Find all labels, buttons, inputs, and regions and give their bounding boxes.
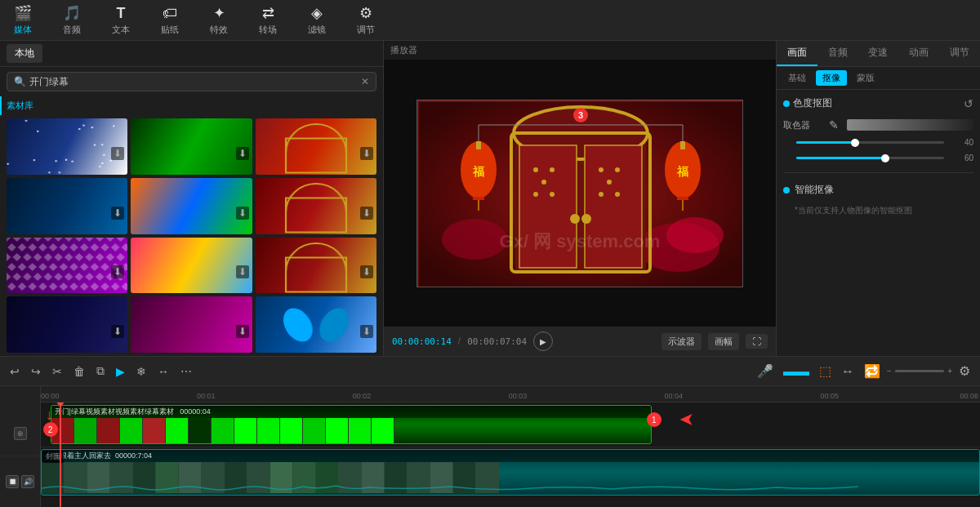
zoom-fill (895, 370, 917, 372)
zoom-plus-icon[interactable]: + (947, 367, 952, 376)
thumb-download-icon[interactable]: ⬇ (111, 325, 124, 338)
tl-mirror-btn[interactable]: ↔ (154, 363, 172, 380)
track-2-controls: 🔲 🔊 (0, 456, 40, 507)
eyedropper-icon[interactable]: ✎ (829, 118, 839, 131)
player-header: 播放器 (384, 41, 776, 60)
tl-freeze-btn[interactable]: ❄ (133, 363, 149, 380)
svg-point-19 (615, 192, 620, 197)
divider (783, 172, 973, 173)
thumb-item[interactable]: 0004 ⬇ (7, 296, 127, 353)
audio-icon: 🎵 (63, 4, 81, 22)
media-icon: 🎬 (14, 4, 32, 22)
zoom-minus-icon[interactable]: − (887, 367, 892, 376)
thumb-item[interactable]: 0004 ⬇ (7, 178, 127, 234)
slider-track-2[interactable] (796, 157, 944, 159)
thumb-item[interactable]: 0005 ⬇ (7, 118, 127, 175)
thumb-download-icon[interactable]: ⬇ (111, 207, 124, 220)
toolbar-filter[interactable]: ◈ 滤镜 (301, 4, 333, 36)
toolbar-effects[interactable]: ✦ 特效 (203, 4, 235, 36)
toolbar-sticker[interactable]: 🏷 贴纸 (154, 5, 186, 36)
thumb-download-icon[interactable]: ⬇ (236, 325, 249, 338)
tab-adjust[interactable]: 调节 (939, 41, 980, 66)
subtab-basic[interactable]: 基础 (782, 70, 813, 86)
thumb-item[interactable]: ⬇ (131, 118, 252, 175)
toolbar-media[interactable]: 🎬 媒体 (7, 4, 39, 36)
tl-split-btn[interactable]: ✂ (49, 363, 65, 380)
thumb-download-icon[interactable]: ⬇ (236, 147, 249, 160)
clip-main-video[interactable]: 小猫跟着主人回家去 00000:7:04 (41, 449, 980, 496)
track-1-ctrl[interactable]: ⊕ (14, 427, 27, 440)
tl-delete-btn[interactable]: 🗑 (70, 363, 88, 380)
thumb-download-icon[interactable]: ⬇ (360, 265, 373, 278)
tab-audio[interactable]: 音频 (817, 41, 858, 66)
tl-play-btn[interactable]: ▶ (113, 363, 128, 380)
reset-icon[interactable]: ↺ (964, 97, 973, 110)
thumb-item[interactable]: 0005 ⬇ (131, 238, 252, 294)
tl-undo-btn[interactable]: ↩ (7, 363, 23, 380)
thumb-item[interactable]: 0004 ⬇ (131, 178, 252, 234)
thumb-item[interactable]: 0005 ⬇ (7, 238, 127, 294)
tracks-container: 开门|绿幕视频素材视频素材绿幕素材 00000:04 (41, 402, 980, 507)
text-icon: T (117, 5, 126, 22)
subtab-mask[interactable]: 蒙版 (850, 70, 881, 86)
track-2-audio[interactable]: 🔊 (21, 475, 34, 488)
tl-duplicate-btn[interactable]: ⧉ (93, 362, 108, 380)
svg-point-3 (442, 219, 507, 260)
right-panel: 画面 音频 变速 动画 调节 基础 抠像 蒙版 色度抠图 ↺ 取色器 ✎ (776, 41, 980, 356)
tab-animation[interactable]: 动画 (898, 41, 939, 66)
clip-green-screen[interactable]: 开门|绿幕视频素材视频素材绿幕素材 00000:04 (51, 405, 652, 444)
clip-frames-green (51, 418, 651, 444)
thumb-item[interactable]: 0004 ⬇ (256, 238, 376, 294)
slider-thumb-1[interactable] (851, 139, 859, 147)
toolbar-audio[interactable]: 🎵 音频 (56, 4, 88, 36)
thumb-download-icon[interactable]: ⬇ (111, 265, 124, 278)
tab-speed[interactable]: 变速 (858, 41, 899, 66)
toolbar-text[interactable]: T 文本 (105, 5, 137, 36)
clip-label-main: 小猫跟着主人回家去 00000:7:04 (42, 450, 979, 462)
track-2-row: 小猫跟着主人回家去 00000:7:04 (41, 447, 980, 498)
tl-mic-btn[interactable]: 🎤 (754, 362, 777, 380)
search-input[interactable] (29, 76, 361, 87)
play-button[interactable]: ▶ (533, 331, 553, 351)
thumb-download-icon[interactable]: ⬇ (236, 207, 249, 220)
effects-icon: ✦ (213, 4, 225, 22)
zoom-slider: − + (887, 367, 952, 376)
frame (234, 418, 257, 444)
thumb-download-icon[interactable]: ⬇ (111, 147, 124, 160)
tl-settings-btn[interactable]: ⚙ (956, 362, 973, 380)
svg-text:福: 福 (472, 165, 484, 178)
tl-more-btn[interactable]: ⋯ (177, 363, 195, 380)
toolbar-adjust[interactable]: ⚙ 调节 (350, 4, 382, 36)
search-clear-icon[interactable]: ✕ (361, 76, 369, 87)
tl-track2-btn[interactable]: ⬚ (816, 362, 835, 380)
thumb-download-icon[interactable]: ⬇ (236, 265, 249, 278)
timeline-toolbar: ↩ ↪ ✂ 🗑 ⧉ ▶ ❄ ↔ ⋯ 🎤 ▬▬ ⬚ ↔ 🔁 − + ⚙ (0, 357, 980, 386)
tl-loop-btn[interactable]: 🔁 (861, 362, 884, 380)
frame (212, 418, 234, 444)
track-2-mute[interactable]: 🔲 (6, 475, 19, 488)
slider-thumb-2[interactable] (881, 154, 889, 162)
thumb-item[interactable]: 0005 ⬇ (256, 178, 376, 234)
tl-track1-btn[interactable]: ▬▬ (780, 362, 813, 380)
tl-link-btn[interactable]: ↔ (838, 362, 858, 380)
subtab-keying[interactable]: 抠像 (816, 70, 847, 86)
tab-picture[interactable]: 画面 (777, 41, 817, 66)
thumb-download-icon[interactable]: ⬇ (360, 147, 373, 160)
thumb-item[interactable]: 0005 ⬇ (256, 118, 376, 175)
thumb-item[interactable]: 0006 ⬇ (131, 296, 252, 353)
oscilloscope-button[interactable]: 示波器 (662, 333, 702, 350)
zoom-track[interactable] (895, 370, 944, 372)
tab-local[interactable]: 本地 (7, 44, 42, 63)
tl-redo-btn[interactable]: ↪ (28, 363, 44, 380)
frame (120, 418, 143, 444)
slider-track-1[interactable] (796, 141, 944, 144)
thumb-item[interactable]: 0003 ⬇ (256, 296, 376, 353)
thumb-download-icon[interactable]: ⬇ (360, 207, 373, 220)
ruler-mark-5: 00:05 (821, 392, 840, 400)
thumb-download-icon[interactable]: ⬇ (360, 325, 373, 338)
toolbar-transition[interactable]: ⇄ 转场 (252, 4, 284, 36)
fullscreen-button[interactable]: ⛶ (746, 334, 768, 349)
clip-label-green: 开门|绿幕视频素材视频素材绿幕素材 00000:04 (51, 406, 651, 418)
waveform-svg (42, 483, 979, 493)
frame-button[interactable]: 画幅 (708, 333, 739, 350)
